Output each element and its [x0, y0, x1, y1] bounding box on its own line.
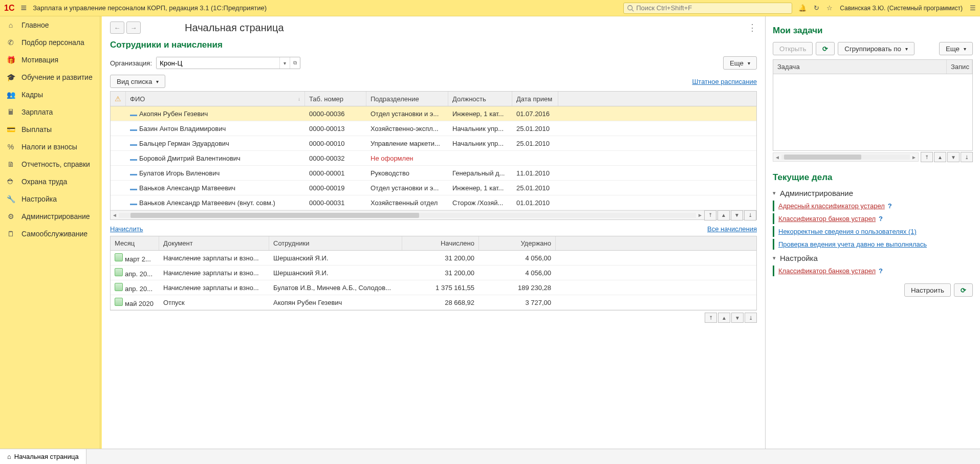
employees-more-button[interactable]: Еще: [723, 56, 757, 70]
sidebar-item-motivation[interactable]: 🎁Мотивация: [0, 51, 100, 69]
bell-icon[interactable]: 🔔: [798, 4, 807, 12]
chevron-down-icon: ▾: [773, 190, 776, 196]
col-doc[interactable]: Документ: [159, 236, 269, 250]
col-fio[interactable]: ФИО↓: [126, 92, 305, 106]
grid-first-button[interactable]: ⤒: [704, 210, 716, 220]
open-task-button[interactable]: Открыть: [773, 42, 813, 55]
table-row[interactable]: Ваньков Александр Матвеевич (внут. совм.…: [111, 195, 756, 210]
table-row[interactable]: Булатов Игорь Виленович0000-00001Руковод…: [111, 166, 756, 181]
view-mode-button[interactable]: Вид списка: [110, 75, 165, 88]
user-name[interactable]: Савинская З.Ю. (Системный программист): [840, 5, 963, 12]
table-row[interactable]: Акопян Рубен Гезевич0000-00036Отдел уста…: [111, 106, 756, 121]
todo-link[interactable]: Классификатор банков устарел: [778, 215, 876, 223]
col-rec[interactable]: Запис: [947, 60, 972, 74]
settings-icon[interactable]: ☰: [970, 4, 976, 12]
sidebar-item-reports[interactable]: 🗎Отчетность, справки: [0, 156, 100, 173]
col-warning[interactable]: ⚠: [111, 92, 126, 106]
tasks-more-button[interactable]: Еще: [939, 42, 973, 55]
todo-link[interactable]: Проверка ведения учета давно не выполнял…: [778, 240, 927, 248]
search-input[interactable]: Поиск Ctrl+Shift+F: [623, 3, 792, 14]
nav-forward-button[interactable]: →: [126, 21, 141, 34]
sidebar-item-settings[interactable]: 🔧Настройка: [0, 190, 100, 208]
history-icon[interactable]: ↻: [814, 4, 819, 12]
table-row[interactable]: май 2020ОтпускАкопян Рубен Гезевич28 668…: [111, 295, 756, 310]
grid-hscroll[interactable]: ◄ ► ⤒ ▲ ▼ ⤓: [111, 210, 756, 219]
todo-group-header[interactable]: ▾Администрирование: [773, 189, 973, 197]
scroll-right-icon[interactable]: ►: [910, 154, 918, 160]
refresh-tasks-button[interactable]: ⟳: [816, 42, 835, 55]
table-row[interactable]: Боровой Дмитрий Валентинович0000-00032Не…: [111, 151, 756, 166]
col-emp[interactable]: Сотрудники: [269, 236, 402, 250]
grid-last-button[interactable]: ⤓: [745, 313, 757, 323]
scroll-left-icon[interactable]: ◄: [773, 154, 781, 160]
configure-button[interactable]: Настроить: [904, 283, 951, 297]
col-date[interactable]: Дата прием: [512, 92, 558, 106]
group-by-button[interactable]: Сгруппировать по: [838, 42, 914, 55]
sidebar-item-selfservice[interactable]: 🗒Самообслуживание: [0, 225, 100, 242]
sidebar-item-hr[interactable]: 👥Кадры: [0, 86, 100, 103]
sidebar-item-training[interactable]: 🎓Обучение и развитие: [0, 69, 100, 86]
combo-dropdown-icon[interactable]: ▾: [279, 57, 290, 69]
col-pos[interactable]: Должность: [448, 92, 512, 106]
todo-group-header[interactable]: ▾Настройка: [773, 254, 973, 262]
col-dept[interactable]: Подразделение: [366, 92, 448, 106]
grid-up-button[interactable]: ▲: [934, 152, 946, 162]
grid-up-button[interactable]: ▲: [717, 210, 730, 220]
col-month[interactable]: Месяц: [111, 236, 159, 250]
grid-down-button[interactable]: ▼: [731, 313, 744, 323]
scroll-thumb[interactable]: [784, 154, 861, 160]
sidebar-item-safety[interactable]: ⛑Охрана труда: [0, 173, 100, 190]
todo-link[interactable]: Адресный классификатор устарел: [778, 202, 885, 210]
wallet-icon: 💳: [6, 125, 15, 134]
footer-tab-home[interactable]: ⌂ Начальная страница: [0, 449, 86, 465]
sidebar-item-recruitment[interactable]: ✆Подбор персонала: [0, 34, 100, 51]
row-marker-icon: [130, 159, 137, 161]
page-menu-icon[interactable]: ⋮: [748, 22, 757, 33]
refresh-todo-button[interactable]: ⟳: [954, 283, 973, 297]
org-combo[interactable]: ▾ ⧉: [156, 57, 300, 69]
combo-open-icon[interactable]: ⧉: [290, 57, 300, 69]
sidebar-item-taxes[interactable]: %Налоги и взносы: [0, 138, 100, 156]
sidebar-item-payments[interactable]: 💳Выплаты: [0, 121, 100, 138]
scroll-thumb[interactable]: [130, 213, 419, 218]
sidebar-item-admin[interactable]: ⚙Администрирование: [0, 208, 100, 225]
org-input[interactable]: [157, 57, 279, 69]
btn-label: Еще: [946, 45, 960, 53]
row-marker-icon: [130, 115, 137, 116]
accrue-link[interactable]: Начислить: [110, 225, 143, 233]
grid-first-button[interactable]: ⤒: [705, 313, 717, 323]
grid-last-button[interactable]: ⤓: [961, 152, 973, 162]
table-row[interactable]: Бальцер Герман Эдуардович0000-00010Управ…: [111, 136, 756, 151]
grid-last-button[interactable]: ⤓: [744, 210, 756, 220]
col-tab[interactable]: Таб. номер: [305, 92, 366, 106]
scroll-right-icon[interactable]: ►: [696, 212, 704, 218]
help-icon[interactable]: ?: [888, 202, 892, 210]
home-icon: ⌂: [7, 453, 11, 460]
scroll-left-icon[interactable]: ◄: [111, 212, 119, 218]
col-task[interactable]: Задача: [773, 60, 947, 74]
sidebar-item-main[interactable]: ⌂Главное: [0, 16, 100, 34]
grid-down-button[interactable]: ▼: [731, 210, 743, 220]
sidebar-item-salary[interactable]: 🖩Зарплата: [0, 103, 100, 121]
table-row[interactable]: апр. 20...Начисление зарплаты и взно...Б…: [111, 280, 756, 295]
col-ded[interactable]: Удержано: [479, 236, 556, 250]
table-row[interactable]: Ваньков Александр Матвеевич0000-00019Отд…: [111, 181, 756, 195]
search-placeholder: Поиск Ctrl+Shift+F: [636, 4, 692, 12]
help-icon[interactable]: ?: [879, 267, 883, 275]
grid-down-button[interactable]: ▼: [947, 152, 960, 162]
grid-first-button[interactable]: ⤒: [921, 152, 933, 162]
all-accruals-link[interactable]: Все начисления: [707, 225, 757, 233]
todo-link[interactable]: Некорректные сведения о пользователях (1…: [778, 228, 917, 235]
menu-toggle[interactable]: ≡: [20, 2, 27, 14]
nav-back-button[interactable]: ←: [110, 21, 124, 34]
table-row[interactable]: март 2...Начисление зарплаты и взно...Ше…: [111, 251, 756, 266]
star-icon[interactable]: ☆: [826, 4, 833, 12]
staffing-link[interactable]: Штатное расписание: [692, 78, 757, 85]
todo-link[interactable]: Классификатор банков устарел: [778, 267, 876, 275]
col-acc[interactable]: Начислено: [402, 236, 479, 250]
btn-label: Еще: [730, 59, 744, 67]
help-icon[interactable]: ?: [879, 215, 883, 223]
table-row[interactable]: Базин Антон Владимирович0000-00013Хозяйс…: [111, 121, 756, 136]
table-row[interactable]: апр. 20...Начисление зарплаты и взно...Ш…: [111, 266, 756, 280]
grid-up-button[interactable]: ▲: [718, 313, 730, 323]
